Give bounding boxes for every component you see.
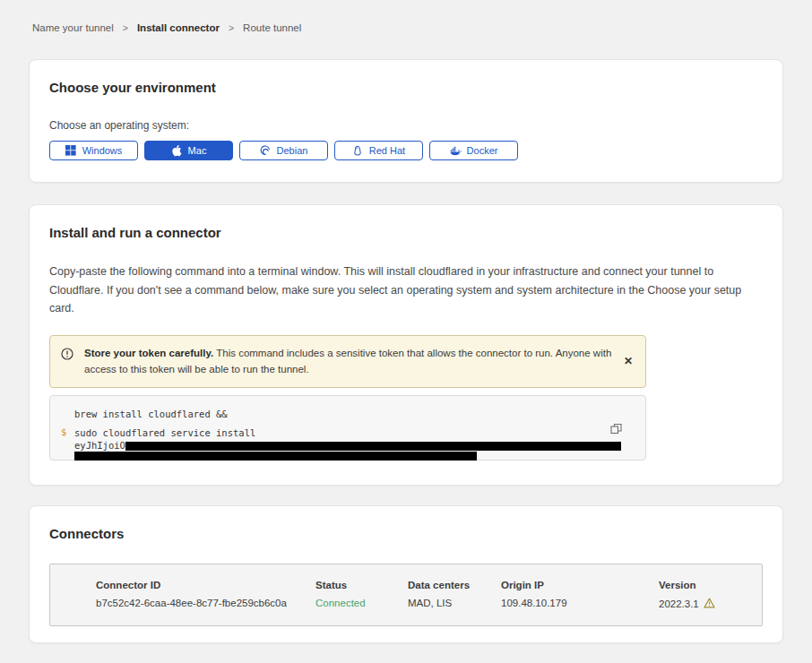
header-version: Version (659, 580, 762, 590)
windows-logo-icon (65, 145, 77, 157)
warning-triangle-icon (704, 598, 715, 610)
warning-title: Store your token carefully. (84, 348, 213, 358)
breadcrumb-separator: > (229, 22, 234, 33)
debian-logo-icon (260, 145, 272, 157)
copy-icon[interactable] (609, 421, 624, 439)
tunnel-setup-page: Name your tunnel > Install connector > R… (0, 0, 812, 663)
token-line: eyJhIjoiO (74, 441, 645, 451)
install-description: Copy-paste the following command into a … (49, 263, 763, 318)
docker-logo-icon (450, 145, 462, 157)
code-line-1: brew install cloudflared && (74, 408, 645, 421)
header-origin-ip: Origin IP (501, 580, 659, 590)
cell-connector-id: b7c52c42-6caa-48ee-8c77-fbe259cb6c0a (96, 598, 315, 610)
choose-environment-card: Choose your environment Choose an operat… (29, 59, 783, 183)
connectors-card-title: Connectors (49, 526, 763, 541)
os-button-label: Red Hat (369, 145, 405, 156)
connectors-table: Connector ID Status Data centers Origin … (49, 564, 763, 626)
install-card-title: Install and run a connector (49, 225, 763, 240)
breadcrumb-route-tunnel[interactable]: Route tunnel (243, 22, 301, 33)
alert-circle-icon (61, 348, 73, 360)
header-connector-id: Connector ID (96, 580, 315, 590)
os-button-label: Docker (467, 145, 498, 156)
breadcrumb-install-connector[interactable]: Install connector (137, 22, 220, 33)
version-value: 2022.3.1 (659, 598, 699, 609)
redacted-token-bar-2 (74, 452, 477, 461)
breadcrumb-separator: > (123, 22, 128, 33)
connectors-card: Connectors Connector ID Status Data cent… (29, 505, 783, 643)
os-button-label: Mac (188, 145, 207, 156)
header-data-centers: Data centers (408, 580, 501, 590)
os-button-mac[interactable]: Mac (144, 141, 233, 160)
header-status: Status (315, 580, 408, 590)
redhat-logo-icon (352, 145, 364, 157)
os-button-docker[interactable]: Docker (429, 141, 518, 160)
breadcrumb-name-your-tunnel[interactable]: Name your tunnel (32, 22, 114, 33)
status-badge: Connected (315, 598, 408, 610)
shell-prompt: $ (61, 426, 66, 439)
cell-origin-ip: 109.48.10.179 (501, 598, 659, 610)
token-warning-banner: Store your token carefully. This command… (49, 335, 646, 388)
os-button-label: Windows (82, 145, 123, 156)
table-header-row: Connector ID Status Data centers Origin … (96, 580, 762, 590)
install-command-code-block[interactable]: brew install cloudflared && $ sudo cloud… (49, 395, 646, 461)
install-connector-card: Install and run a connector Copy-paste t… (29, 204, 783, 486)
os-button-redhat[interactable]: Red Hat (334, 141, 423, 160)
os-button-windows[interactable]: Windows (49, 141, 138, 160)
token-prefix: eyJhIjoiO (74, 439, 125, 452)
environment-card-title: Choose your environment (49, 80, 763, 95)
os-button-label: Debian (277, 145, 308, 156)
code-line-2: sudo cloudflared service install (74, 426, 645, 440)
cell-version: 2022.3.1 (659, 598, 762, 610)
breadcrumb: Name your tunnel > Install connector > R… (0, 0, 812, 33)
redacted-token-bar-1 (125, 442, 621, 451)
cell-data-centers: MAD, LIS (408, 598, 501, 610)
table-row: b7c52c42-6caa-48ee-8c77-fbe259cb6c0a Con… (96, 598, 762, 610)
os-button-debian[interactable]: Debian (239, 141, 328, 160)
close-icon[interactable]: ✕ (620, 352, 636, 370)
os-button-group: Windows Mac Debian Red Hat (49, 141, 763, 160)
os-select-label: Choose an operating system: (49, 119, 763, 132)
apple-logo-icon (171, 145, 183, 157)
